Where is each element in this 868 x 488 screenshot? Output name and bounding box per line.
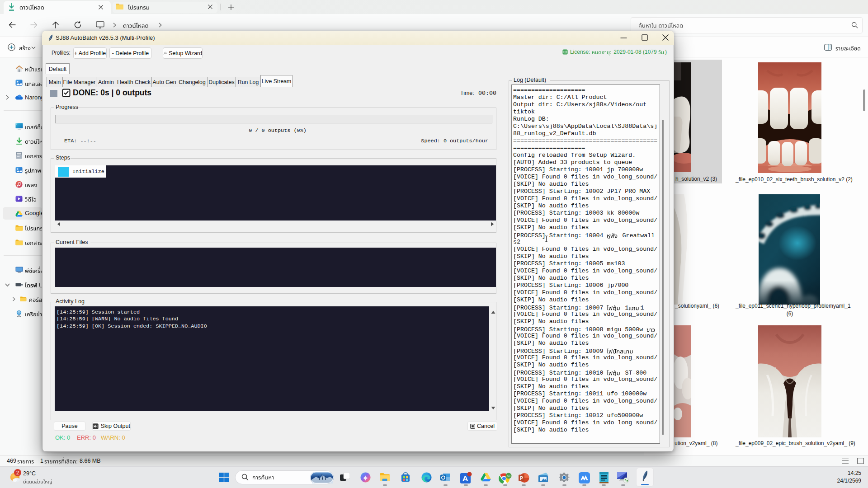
svg-text:P: P [520, 476, 523, 481]
svg-text:SJ: SJ [507, 474, 510, 478]
